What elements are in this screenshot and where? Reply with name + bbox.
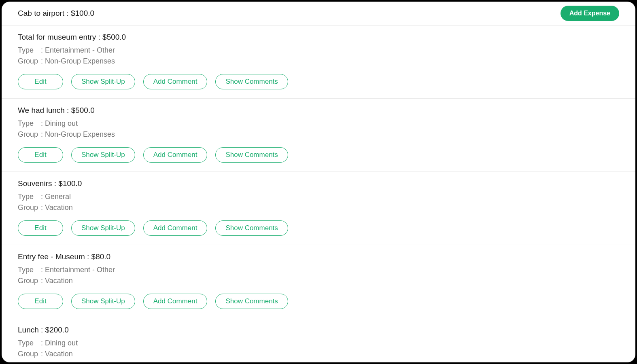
expense-card: Entry fee - Museum : $80.0 Type : Entert…: [2, 245, 635, 318]
add-comment-button[interactable]: Add Comment: [143, 220, 208, 236]
header-bar: Cab to airport : $100.0 Add Expense: [2, 2, 635, 25]
expense-type-value: Entertainment - Other: [45, 46, 115, 54]
group-label: Group: [18, 349, 39, 360]
expense-title: Lunch : $200.0: [18, 326, 619, 334]
expense-type-value: General: [45, 193, 71, 201]
expense-group-row: Group : Non-Group Expenses: [18, 56, 619, 67]
add-comment-button[interactable]: Add Comment: [143, 294, 208, 309]
expense-list-scroll[interactable]: Total for museum entry : $500.0 Type : E…: [2, 25, 635, 362]
group-label: Group: [18, 129, 39, 140]
show-split-button[interactable]: Show Split-Up: [71, 147, 135, 163]
type-label: Type: [18, 265, 39, 275]
expense-type-value: Dining out: [45, 119, 78, 127]
app-window: Cab to airport : $100.0 Add Expense Tota…: [2, 2, 635, 362]
type-label: Type: [18, 338, 39, 349]
group-label: Group: [18, 202, 39, 213]
header-title: Cab to airport : $100.0: [18, 9, 94, 18]
expense-type-value: Entertainment - Other: [45, 266, 115, 274]
expense-title: Souvenirs : $100.0: [18, 179, 619, 188]
add-expense-button[interactable]: Add Expense: [561, 6, 619, 21]
edit-button[interactable]: Edit: [18, 74, 63, 89]
expense-card: Total for museum entry : $500.0 Type : E…: [2, 25, 635, 99]
show-comments-button[interactable]: Show Comments: [215, 294, 288, 309]
expense-group-row: Group : Vacation: [18, 349, 619, 360]
add-comment-button[interactable]: Add Comment: [143, 74, 208, 89]
type-label: Type: [18, 45, 39, 56]
expense-type-row: Type : Entertainment - Other: [18, 45, 619, 56]
type-label: Type: [18, 118, 39, 129]
expense-type-row: Type : General: [18, 191, 619, 202]
show-split-button[interactable]: Show Split-Up: [71, 74, 135, 89]
show-comments-button[interactable]: Show Comments: [215, 74, 288, 89]
expense-group-value: Vacation: [45, 203, 73, 212]
expense-type-value: Dining out: [45, 339, 78, 347]
expense-actions: Edit Show Split-Up Add Comment Show Comm…: [18, 220, 619, 236]
expense-card: Lunch : $200.0 Type : Dining out Group :…: [2, 318, 635, 362]
expense-group-value: Non-Group Expenses: [45, 130, 115, 138]
expense-title: Entry fee - Museum : $80.0: [18, 252, 619, 261]
expense-title: Total for museum entry : $500.0: [18, 33, 619, 42]
type-label: Type: [18, 191, 39, 202]
expense-actions: Edit Show Split-Up Add Comment Show Comm…: [18, 147, 619, 163]
show-split-button[interactable]: Show Split-Up: [71, 220, 135, 236]
expense-type-row: Type : Entertainment - Other: [18, 265, 619, 275]
show-comments-button[interactable]: Show Comments: [215, 147, 288, 163]
expense-group-value: Vacation: [45, 350, 73, 358]
expense-actions: Edit Show Split-Up Add Comment Show Comm…: [18, 294, 619, 309]
expense-title: We had lunch : $500.0: [18, 106, 619, 115]
expense-group-row: Group : Vacation: [18, 275, 619, 286]
show-comments-button[interactable]: Show Comments: [215, 220, 288, 236]
expense-group-value: Vacation: [45, 277, 73, 285]
expense-card: We had lunch : $500.0 Type : Dining out …: [2, 99, 635, 172]
group-label: Group: [18, 275, 39, 286]
expense-group-row: Group : Vacation: [18, 202, 619, 213]
group-label: Group: [18, 56, 39, 67]
expense-group-row: Group : Non-Group Expenses: [18, 129, 619, 140]
expense-group-value: Non-Group Expenses: [45, 57, 115, 65]
expense-card: Souvenirs : $100.0 Type : General Group …: [2, 172, 635, 245]
expense-actions: Edit Show Split-Up Add Comment Show Comm…: [18, 74, 619, 89]
expense-type-row: Type : Dining out: [18, 118, 619, 129]
add-comment-button[interactable]: Add Comment: [143, 147, 208, 163]
expense-type-row: Type : Dining out: [18, 338, 619, 349]
edit-button[interactable]: Edit: [18, 147, 63, 163]
edit-button[interactable]: Edit: [18, 220, 63, 236]
show-split-button[interactable]: Show Split-Up: [71, 294, 135, 309]
edit-button[interactable]: Edit: [18, 294, 63, 309]
